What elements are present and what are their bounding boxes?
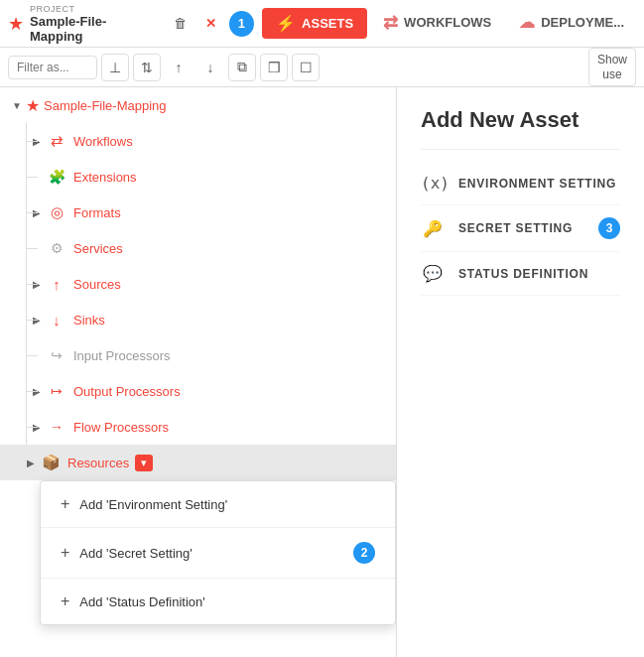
sidebar-item-resources[interactable]: ▶ 📦 Resources ▾ [0,445,396,480]
sidebar-item-flow-processors[interactable]: ▶ → Flow Processors [0,409,396,445]
formats-label: Formats [73,205,121,220]
sidebar-item-services[interactable]: ⚙ Services [0,230,396,266]
resources-dropdown-arrow[interactable]: ▾ [135,455,153,471]
close-button[interactable]: ✕ [197,10,224,38]
project-name: Sample-File-Mapping [30,14,157,44]
flow-processors-label: Flow Processors [73,420,169,435]
right-panel: Add New Asset (x) ENVIRONMENT SETTING 🔑 … [397,87,644,657]
root-star-icon: ★ [26,96,40,115]
copy1-button[interactable]: ⧉ [228,54,256,81]
assets-icon: ⚡ [276,14,296,33]
deploy-tab[interactable]: ☁ DEPLOYME... [507,7,636,40]
secret-setting-item[interactable]: 🔑 SECRET SETTING 3 [421,205,620,252]
resources-expand-arrow: ▶ [22,454,40,471]
toolbar: ⊥ ⇅ ↑ ↓ ⧉ ❒ ☐ Showuse [0,48,644,87]
project-info: PROJECT Sample-File-Mapping [30,4,157,44]
add-status-def-item[interactable]: + Add 'Status Definition' [41,579,395,624]
show-use-button[interactable]: Showuse [588,48,636,86]
input-proc-icon: ↪ [46,344,67,366]
sources-icon: ↑ [46,273,67,295]
env-setting-icon: (x) [421,174,445,193]
sources-label: Sources [73,277,121,292]
copy2-button[interactable]: ❒ [260,54,288,81]
sidebar-item-formats[interactable]: ▶ ◎ Formats [0,195,396,230]
delete-button[interactable]: 🗑 [167,10,193,38]
panel-title: Add New Asset [421,107,620,133]
add-status-plus-icon: + [61,592,69,610]
notification-badge[interactable]: 1 [229,11,254,37]
status-def-item[interactable]: 💬 STATUS DEFINITION [421,252,620,296]
status-def-label: STATUS DEFINITION [458,267,588,281]
extensions-label: Extensions [73,170,137,185]
filter-input[interactable] [8,56,97,79]
checkbox-button[interactable]: ☐ [292,54,320,81]
resources-label: Resources [67,456,129,470]
add-env-label: Add 'Environment Setting' [79,497,227,512]
sidebar-item-extensions[interactable]: 🧩 Extensions [0,159,396,195]
sidebar-item-input-processors[interactable]: ↪ Input Processors [0,337,396,373]
add-secret-plus-icon: + [61,544,69,562]
project-label: PROJECT [30,4,157,14]
workflows-tab-label: WORKFLOWS [404,15,491,30]
deploy-tab-icon: ☁ [519,13,535,32]
services-label: Services [73,241,123,256]
add-env-plus-icon: + [61,495,69,513]
sidebar-item-output-processors[interactable]: ▶ ↦ Output Processors [0,373,396,409]
output-processors-label: Output Processors [73,384,181,399]
down-button[interactable]: ↓ [196,54,224,81]
services-icon: ⚙ [46,237,67,259]
main-content: ▼ ★ Sample-File-Mapping ▶ ⇄ Workflows 🧩 … [0,87,644,657]
secret-badge: 2 [353,542,375,564]
flow-proc-icon: → [46,416,67,438]
filter-icon-btn[interactable]: ⊥ [101,54,129,81]
secret-setting-icon: 🔑 [421,219,445,238]
env-setting-label: ENVIRONMENT SETTING [458,177,616,191]
root-label: Sample-File-Mapping [44,98,167,113]
root-expand-arrow: ▼ [8,96,26,114]
sidebar-item-sinks[interactable]: ▶ ↓ Sinks [0,302,396,337]
resources-icon: 📦 [40,452,62,473]
add-secret-setting-item[interactable]: + Add 'Secret Setting' 2 [41,528,395,579]
input-processors-label: Input Processors [73,348,171,363]
status-def-icon: 💬 [421,264,445,283]
add-env-setting-item[interactable]: + Add 'Environment Setting' [41,481,395,528]
assets-button[interactable]: ⚡ ASSETS [262,8,367,39]
deploy-tab-label: DEPLOYME... [541,15,624,30]
workflows-label: Workflows [73,134,133,149]
sidebar: ▼ ★ Sample-File-Mapping ▶ ⇄ Workflows 🧩 … [0,87,397,657]
sidebar-item-root[interactable]: ▼ ★ Sample-File-Mapping [0,87,396,123]
add-secret-label: Add 'Secret Setting' [79,546,192,561]
panel-divider [421,149,620,150]
star-icon: ★ [8,13,24,35]
resources-dropdown-menu: + Add 'Environment Setting' + Add 'Secre… [40,480,396,625]
add-status-label: Add 'Status Definition' [79,594,204,609]
sidebar-item-sources[interactable]: ▶ ↑ Sources [0,266,396,302]
sidebar-item-workflows[interactable]: ▶ ⇄ Workflows [0,123,396,159]
sort-icon-btn[interactable]: ⇅ [133,54,161,81]
assets-label: ASSETS [302,16,353,31]
up-button[interactable]: ↑ [165,54,193,81]
workflows-icon: ⇄ [46,130,67,152]
secret-setting-label: SECRET SETTING [458,221,573,235]
formats-icon: ◎ [46,201,67,223]
env-setting-item[interactable]: (x) ENVIRONMENT SETTING [421,162,620,205]
output-proc-icon: ↦ [46,380,67,402]
sinks-label: Sinks [73,313,105,328]
secret-setting-badge: 3 [598,217,620,239]
extensions-icon: 🧩 [46,166,67,188]
workflows-tab-icon: ⇄ [383,12,398,34]
sinks-icon: ↓ [46,309,67,330]
workflows-tab[interactable]: ⇄ WORKFLOWS [371,6,503,42]
top-nav: ★ PROJECT Sample-File-Mapping 🗑 ✕ 1 ⚡ AS… [0,0,644,48]
